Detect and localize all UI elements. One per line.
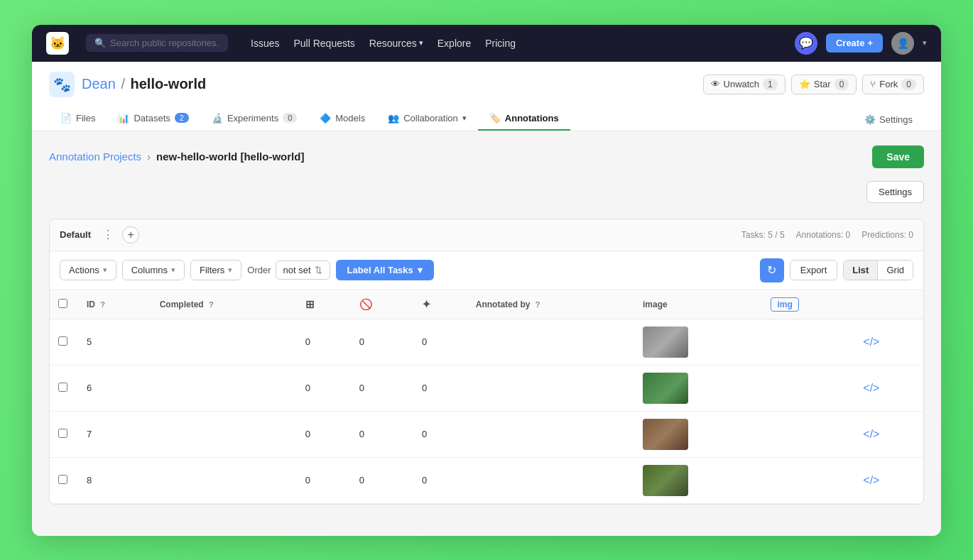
table-row: 7 0 0 0 </> — [50, 411, 923, 457]
nav-explore[interactable]: Explore — [437, 38, 471, 49]
page-content: Annotation Projects › new-hello-world [h… — [32, 131, 941, 519]
cell-annotated-by — [467, 319, 634, 365]
repo-title-row: 🐾 Dean / hello-world 👁 Unwatch 1 ⭐ — [49, 72, 924, 97]
cell-image[interactable] — [634, 365, 762, 411]
code-link[interactable]: </> — [863, 474, 879, 486]
nav-resources[interactable]: Resources ▾ — [369, 38, 423, 49]
order-group: Order not set ⇅ — [247, 260, 330, 280]
tab-models[interactable]: 🔷 Models — [308, 107, 376, 131]
repo-name: Dean / hello-world — [82, 76, 206, 92]
th-col5: ✦ — [413, 290, 467, 319]
breadcrumb-separator: › — [147, 150, 151, 163]
task-image[interactable] — [643, 326, 688, 358]
cell-image[interactable] — [634, 319, 762, 365]
order-select[interactable]: not set ⇅ — [276, 260, 330, 280]
help-icon[interactable]: ? — [209, 300, 214, 309]
col5-icon: ✦ — [422, 298, 431, 310]
code-link[interactable]: </> — [863, 428, 879, 440]
cell-image[interactable] — [634, 411, 762, 457]
columns-button[interactable]: Columns ▾ — [122, 260, 185, 280]
refresh-button[interactable]: ↻ — [760, 258, 784, 282]
cell-id: 6 — [78, 365, 151, 411]
save-button[interactable]: Save — [872, 146, 924, 168]
cell-img-badge — [762, 365, 854, 411]
avatar-dropdown-icon[interactable]: ▾ — [923, 38, 927, 48]
th-img-badge: img — [762, 290, 854, 319]
content-area: 🐾 Dean / hello-world 👁 Unwatch 1 ⭐ — [32, 62, 941, 536]
tab-settings[interactable]: ⚙️ Settings — [853, 109, 924, 131]
tab-datasets[interactable]: 📊 Datasets 2 — [107, 107, 200, 131]
add-button[interactable]: + — [122, 226, 139, 243]
label-all-button[interactable]: Label All Tasks ▾ — [336, 260, 434, 280]
th-completed: Completed ? — [151, 290, 297, 319]
row-checkbox[interactable] — [58, 475, 67, 484]
cell-img-badge — [762, 411, 854, 457]
img-badge: img — [771, 297, 798, 312]
breadcrumb-parent[interactable]: Annotation Projects — [49, 150, 141, 163]
tab-collaboration[interactable]: 👥 Collaboration ▾ — [376, 107, 478, 131]
th-image: image — [634, 290, 762, 319]
create-button[interactable]: Create + — [826, 33, 883, 53]
cell-c3: 0 — [297, 319, 351, 365]
list-view-button[interactable]: List — [844, 260, 878, 280]
cell-image[interactable] — [634, 457, 762, 503]
tab-files[interactable]: 📄 Files — [49, 107, 107, 131]
chevron-down-icon: ▾ — [103, 265, 107, 275]
row-checkbox[interactable] — [58, 429, 67, 438]
nav-pull-requests[interactable]: Pull Requests — [293, 38, 354, 49]
cell-completed — [151, 319, 297, 365]
cell-c4: 0 — [351, 411, 413, 457]
user-avatar[interactable]: 👤 — [891, 32, 914, 55]
cell-completed — [151, 411, 297, 457]
code-link[interactable]: </> — [863, 382, 879, 394]
star-button[interactable]: ⭐ Star 0 — [791, 75, 857, 94]
tab-annotations[interactable]: 🏷️ Annotations — [478, 107, 570, 131]
search-box[interactable]: 🔍 — [86, 34, 228, 52]
cell-code-link[interactable]: </> — [854, 457, 923, 503]
dots-menu-button[interactable]: ⋮ — [99, 226, 116, 243]
help-icon[interactable]: ? — [100, 300, 105, 309]
export-button[interactable]: Export — [790, 260, 838, 280]
help-icon[interactable]: ? — [536, 300, 540, 309]
cell-img-badge — [762, 457, 854, 503]
chevron-down-icon: ▾ — [418, 265, 423, 275]
task-image[interactable] — [643, 465, 688, 496]
repo-name-link[interactable]: hello-world — [131, 76, 207, 92]
cell-c5: 0 — [413, 365, 467, 411]
table-row: 5 0 0 0 </> — [50, 319, 923, 365]
settings-button[interactable]: Settings — [866, 181, 924, 203]
repo-owner[interactable]: Dean — [82, 76, 116, 92]
filters-button[interactable]: Filters ▾ — [190, 260, 241, 280]
row-checkbox[interactable] — [58, 383, 67, 392]
actions-button[interactable]: Actions ▾ — [60, 260, 116, 280]
logo-icon[interactable]: 🐱 — [46, 32, 69, 55]
datasets-badge: 2 — [175, 113, 189, 123]
task-image[interactable] — [643, 373, 688, 404]
cell-code-link[interactable]: </> — [854, 411, 923, 457]
col4-icon: 🚫 — [359, 298, 373, 310]
table-stats: Tasks: 5 / 5 Annotations: 0 Predictions:… — [741, 230, 913, 240]
cell-img-badge — [762, 319, 854, 365]
cell-code-link[interactable]: </> — [854, 365, 923, 411]
cell-c5: 0 — [413, 457, 467, 503]
chevron-down-icon: ▾ — [419, 38, 423, 48]
cell-code-link[interactable]: </> — [854, 319, 923, 365]
nav-issues[interactable]: Issues — [251, 38, 279, 49]
discord-button[interactable]: 💬 — [795, 32, 817, 55]
view-toggle: List Grid — [843, 260, 913, 280]
grid-view-button[interactable]: Grid — [878, 260, 913, 280]
breadcrumb: Annotation Projects › new-hello-world [h… — [49, 150, 304, 163]
experiments-icon: 🔬 — [212, 113, 223, 123]
star-icon: ⭐ — [799, 79, 810, 89]
select-all-checkbox[interactable] — [58, 299, 67, 308]
fork-button[interactable]: ⑂ Fork 0 — [862, 75, 924, 94]
task-image[interactable] — [643, 419, 688, 450]
unwatch-button[interactable]: 👁 Unwatch 1 — [703, 75, 786, 94]
cell-c5: 0 — [413, 411, 467, 457]
row-checkbox[interactable] — [58, 336, 67, 346]
nav-pricing[interactable]: Pricing — [485, 38, 516, 49]
refresh-icon: ↻ — [767, 263, 776, 277]
tab-experiments[interactable]: 🔬 Experiments 0 — [200, 107, 308, 131]
search-input[interactable] — [110, 38, 219, 48]
code-link[interactable]: </> — [863, 336, 879, 348]
